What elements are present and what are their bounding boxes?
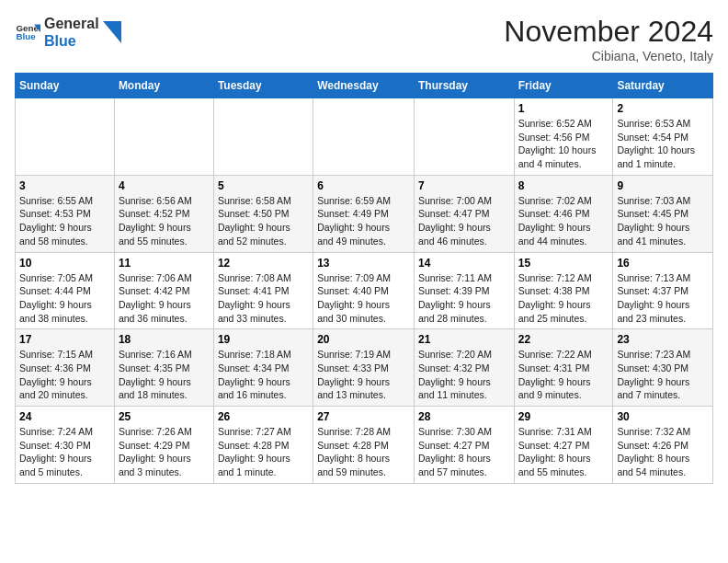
calendar-cell: 29Sunrise: 7:31 AMSunset: 4:27 PMDayligh…: [514, 407, 613, 484]
logo-general: General: [44, 15, 99, 32]
calendar-cell: 27Sunrise: 7:28 AMSunset: 4:28 PMDayligh…: [313, 407, 415, 484]
day-info: Sunrise: 7:31 AMSunset: 4:27 PMDaylight:…: [518, 425, 609, 479]
day-info: Sunrise: 6:53 AMSunset: 4:54 PMDaylight:…: [617, 117, 709, 171]
day-number: 27: [317, 410, 410, 423]
calendar-cell: [213, 98, 313, 176]
calendar-cell: 20Sunrise: 7:19 AMSunset: 4:33 PMDayligh…: [313, 329, 415, 407]
logo-blue: Blue: [44, 32, 99, 50]
page-header: General Blue General Blue November 2024 …: [15, 15, 713, 63]
calendar-week-4: 17Sunrise: 7:15 AMSunset: 4:36 PMDayligh…: [16, 329, 713, 407]
day-number: 13: [317, 257, 410, 270]
day-info: Sunrise: 6:52 AMSunset: 4:56 PMDaylight:…: [518, 117, 609, 171]
day-info: Sunrise: 7:19 AMSunset: 4:33 PMDaylight:…: [317, 348, 410, 402]
header-monday: Monday: [114, 74, 213, 98]
day-number: 21: [418, 333, 510, 346]
day-info: Sunrise: 7:32 AMSunset: 4:26 PMDaylight:…: [617, 425, 709, 479]
day-number: 26: [218, 410, 309, 423]
header-friday: Friday: [514, 74, 613, 98]
calendar-week-1: 1Sunrise: 6:52 AMSunset: 4:56 PMDaylight…: [16, 98, 713, 176]
day-number: 20: [317, 333, 410, 346]
calendar-cell: 18Sunrise: 7:16 AMSunset: 4:35 PMDayligh…: [114, 329, 213, 407]
day-number: 14: [418, 257, 510, 270]
day-info: Sunrise: 7:11 AMSunset: 4:39 PMDaylight:…: [418, 271, 510, 326]
day-number: 16: [617, 257, 709, 270]
day-info: Sunrise: 6:56 AMSunset: 4:52 PMDaylight:…: [119, 194, 210, 248]
calendar-week-2: 3Sunrise: 6:55 AMSunset: 4:53 PMDaylight…: [16, 175, 713, 252]
calendar-week-5: 24Sunrise: 7:24 AMSunset: 4:30 PMDayligh…: [16, 407, 713, 484]
calendar-cell: 24Sunrise: 7:24 AMSunset: 4:30 PMDayligh…: [16, 407, 115, 484]
day-number: 2: [617, 102, 709, 115]
calendar-cell: 9Sunrise: 7:03 AMSunset: 4:45 PMDaylight…: [613, 175, 713, 252]
calendar-cell: 16Sunrise: 7:13 AMSunset: 4:37 PMDayligh…: [613, 252, 713, 329]
day-info: Sunrise: 7:13 AMSunset: 4:37 PMDaylight:…: [617, 271, 709, 326]
day-info: Sunrise: 7:28 AMSunset: 4:28 PMDaylight:…: [317, 425, 410, 479]
svg-marker-3: [103, 21, 121, 43]
calendar-header-row: SundayMondayTuesdayWednesdayThursdayFrid…: [16, 74, 713, 98]
calendar-cell: 10Sunrise: 7:05 AMSunset: 4:44 PMDayligh…: [16, 252, 115, 329]
logo: General Blue General Blue: [15, 15, 121, 50]
calendar-cell: 21Sunrise: 7:20 AMSunset: 4:32 PMDayligh…: [414, 329, 514, 407]
day-number: 7: [418, 179, 510, 192]
calendar-cell: [16, 98, 115, 176]
day-info: Sunrise: 7:02 AMSunset: 4:46 PMDaylight:…: [518, 194, 609, 248]
calendar-cell: 28Sunrise: 7:30 AMSunset: 4:27 PMDayligh…: [414, 407, 514, 484]
day-info: Sunrise: 7:06 AMSunset: 4:42 PMDaylight:…: [119, 271, 210, 326]
calendar-cell: [414, 98, 514, 176]
calendar-cell: [313, 98, 415, 176]
calendar-cell: 15Sunrise: 7:12 AMSunset: 4:38 PMDayligh…: [514, 252, 613, 329]
day-number: 29: [518, 410, 609, 423]
day-info: Sunrise: 7:05 AMSunset: 4:44 PMDaylight:…: [19, 271, 110, 326]
calendar-cell: 25Sunrise: 7:26 AMSunset: 4:29 PMDayligh…: [114, 407, 213, 484]
day-number: 6: [317, 179, 410, 192]
calendar-cell: 19Sunrise: 7:18 AMSunset: 4:34 PMDayligh…: [213, 329, 313, 407]
calendar-cell: 1Sunrise: 6:52 AMSunset: 4:56 PMDaylight…: [514, 98, 613, 176]
calendar-cell: 14Sunrise: 7:11 AMSunset: 4:39 PMDayligh…: [414, 252, 514, 329]
day-number: 24: [19, 410, 110, 423]
day-number: 18: [119, 333, 210, 346]
day-number: 9: [617, 179, 709, 192]
calendar-cell: 4Sunrise: 6:56 AMSunset: 4:52 PMDaylight…: [114, 175, 213, 252]
day-number: 5: [218, 179, 309, 192]
day-info: Sunrise: 7:27 AMSunset: 4:28 PMDaylight:…: [218, 425, 309, 479]
day-number: 22: [518, 333, 609, 346]
calendar-cell: 5Sunrise: 6:58 AMSunset: 4:50 PMDaylight…: [213, 175, 313, 252]
day-info: Sunrise: 6:55 AMSunset: 4:53 PMDaylight:…: [19, 194, 110, 248]
day-info: Sunrise: 6:58 AMSunset: 4:50 PMDaylight:…: [218, 194, 309, 248]
calendar-cell: 13Sunrise: 7:09 AMSunset: 4:40 PMDayligh…: [313, 252, 415, 329]
calendar-cell: 22Sunrise: 7:22 AMSunset: 4:31 PMDayligh…: [514, 329, 613, 407]
day-info: Sunrise: 7:24 AMSunset: 4:30 PMDaylight:…: [19, 425, 110, 479]
day-number: 30: [617, 410, 709, 423]
calendar-table: SundayMondayTuesdayWednesdayThursdayFrid…: [15, 73, 713, 484]
calendar-cell: 12Sunrise: 7:08 AMSunset: 4:41 PMDayligh…: [213, 252, 313, 329]
title-block: November 2024 Cibiana, Veneto, Italy: [504, 15, 713, 63]
day-number: 1: [518, 102, 609, 115]
day-number: 4: [119, 179, 210, 192]
header-sunday: Sunday: [16, 74, 115, 98]
day-info: Sunrise: 7:00 AMSunset: 4:47 PMDaylight:…: [418, 194, 510, 248]
calendar-cell: 26Sunrise: 7:27 AMSunset: 4:28 PMDayligh…: [213, 407, 313, 484]
day-info: Sunrise: 7:09 AMSunset: 4:40 PMDaylight:…: [317, 271, 410, 326]
day-number: 11: [119, 257, 210, 270]
header-tuesday: Tuesday: [213, 74, 313, 98]
calendar-cell: 3Sunrise: 6:55 AMSunset: 4:53 PMDaylight…: [16, 175, 115, 252]
day-number: 23: [617, 333, 709, 346]
calendar-cell: 8Sunrise: 7:02 AMSunset: 4:46 PMDaylight…: [514, 175, 613, 252]
day-info: Sunrise: 7:16 AMSunset: 4:35 PMDaylight:…: [119, 348, 210, 402]
month-title: November 2024: [504, 15, 713, 49]
day-number: 15: [518, 257, 609, 270]
day-number: 19: [218, 333, 309, 346]
day-number: 12: [218, 257, 309, 270]
day-info: Sunrise: 6:59 AMSunset: 4:49 PMDaylight:…: [317, 194, 410, 248]
calendar-cell: [114, 98, 213, 176]
day-info: Sunrise: 7:08 AMSunset: 4:41 PMDaylight:…: [218, 271, 309, 326]
day-number: 17: [19, 333, 110, 346]
day-number: 8: [518, 179, 609, 192]
day-info: Sunrise: 7:20 AMSunset: 4:32 PMDaylight:…: [418, 348, 510, 402]
calendar-cell: 30Sunrise: 7:32 AMSunset: 4:26 PMDayligh…: [613, 407, 713, 484]
header-wednesday: Wednesday: [313, 74, 415, 98]
calendar-cell: 2Sunrise: 6:53 AMSunset: 4:54 PMDaylight…: [613, 98, 713, 176]
day-info: Sunrise: 7:26 AMSunset: 4:29 PMDaylight:…: [119, 425, 210, 479]
day-number: 25: [119, 410, 210, 423]
day-number: 3: [19, 179, 110, 192]
calendar-cell: 11Sunrise: 7:06 AMSunset: 4:42 PMDayligh…: [114, 252, 213, 329]
